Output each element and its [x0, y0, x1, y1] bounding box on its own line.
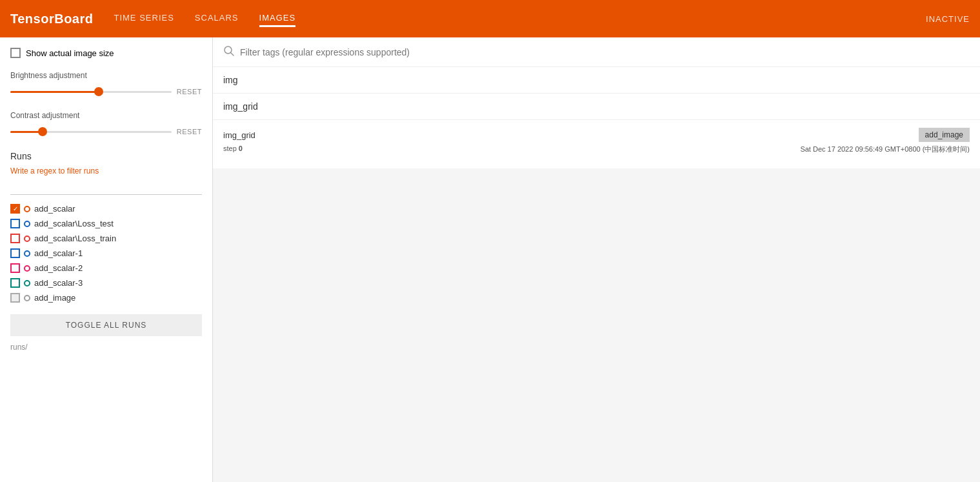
- app-layout: Show actual image size Brightness adjust…: [0, 37, 980, 482]
- contrast-label: Contrast adjustment: [10, 111, 202, 120]
- main-content: img img_grid img_grid add_image step 0 S…: [213, 37, 980, 482]
- nav-time-series[interactable]: TIME SERIES: [114, 10, 174, 27]
- show-image-size-row: Show actual image size: [10, 48, 202, 58]
- run-label-add-image: add_image: [34, 293, 75, 303]
- run-item-loss-test[interactable]: add_scalar\Loss_test: [10, 216, 202, 231]
- contrast-section: Contrast adjustment RESET: [10, 111, 202, 138]
- run-checkbox-add-scalar[interactable]: [10, 204, 20, 214]
- image-meta: step 0 Sat Dec 17 2022 09:56:49 GMT+0800…: [223, 145, 970, 154]
- run-item-scalar-1[interactable]: add_scalar-1: [10, 246, 202, 261]
- tag-img-section: img: [213, 67, 980, 94]
- show-image-size-checkbox[interactable]: [10, 48, 21, 58]
- run-label-loss-train: add_scalar\Loss_train: [34, 234, 116, 243]
- run-dot-loss-train: [24, 236, 30, 242]
- add-image-button[interactable]: add_image: [919, 128, 970, 142]
- brightness-slider-row: RESET: [10, 85, 202, 98]
- run-dot-add-scalar: [24, 206, 30, 212]
- filter-tags-input[interactable]: [240, 47, 970, 57]
- contrast-thumb[interactable]: [38, 127, 47, 136]
- run-checkbox-scalar-1[interactable]: [10, 248, 20, 258]
- run-label-loss-test: add_scalar\Loss_test: [34, 219, 114, 228]
- run-item-add-scalar[interactable]: add_scalar: [10, 201, 202, 216]
- run-checkbox-add-image[interactable]: [10, 293, 20, 303]
- run-item-scalar-3[interactable]: add_scalar-3: [10, 276, 202, 290]
- search-icon: [223, 45, 235, 59]
- contrast-slider-row: RESET: [10, 125, 202, 138]
- app-logo[interactable]: TensorBoard: [10, 12, 93, 26]
- topnav: TensorBoard TIME SERIES SCALARS IMAGES I…: [0, 0, 980, 37]
- run-label-scalar-3: add_scalar-3: [34, 278, 83, 288]
- tag-img-grid-section: img_grid: [213, 94, 980, 120]
- svg-line-1: [231, 53, 234, 56]
- image-section: img_grid add_image step 0 Sat Dec 17 202…: [213, 120, 980, 168]
- step-info: step 0: [223, 145, 243, 154]
- brightness-slider[interactable]: [10, 85, 172, 98]
- run-dot-scalar-3: [24, 280, 30, 286]
- contrast-reset[interactable]: RESET: [177, 128, 202, 136]
- brightness-thumb[interactable]: [94, 87, 103, 96]
- image-section-title: img_grid: [223, 130, 255, 140]
- run-dot-scalar-1: [24, 250, 30, 257]
- runs-filter-input[interactable]: [10, 181, 202, 195]
- filter-bar: [213, 37, 980, 67]
- tag-img-grid-title[interactable]: img_grid: [223, 101, 258, 112]
- runs-section: Runs Write a regex to filter runs add_sc…: [10, 151, 202, 352]
- brightness-section: Brightness adjustment RESET: [10, 71, 202, 98]
- status-badge: INACTIVE: [926, 14, 970, 24]
- run-checkbox-scalar-3[interactable]: [10, 278, 20, 288]
- show-image-size-label: Show actual image size: [26, 48, 114, 58]
- timestamp: Sat Dec 17 2022 09:56:49 GMT+0800 (中国标准时…: [800, 145, 970, 154]
- contrast-slider[interactable]: [10, 125, 172, 138]
- toggle-all-runs-button[interactable]: TOGGLE ALL RUNS: [10, 314, 202, 336]
- run-label-add-scalar: add_scalar: [34, 204, 75, 214]
- tag-img-title[interactable]: img: [223, 75, 238, 85]
- sidebar: Show actual image size Brightness adjust…: [0, 37, 213, 482]
- brightness-reset[interactable]: RESET: [177, 88, 202, 95]
- run-checkbox-scalar-2[interactable]: [10, 263, 20, 273]
- runs-path: runs/: [10, 343, 202, 352]
- image-grid: Yichen.com: [223, 159, 970, 161]
- runs-title: Runs: [10, 151, 202, 161]
- brightness-label: Brightness adjustment: [10, 71, 202, 80]
- run-label-scalar-2: add_scalar-2: [34, 263, 83, 273]
- image-section-header: img_grid add_image: [223, 128, 970, 142]
- run-item-scalar-2[interactable]: add_scalar-2: [10, 261, 202, 276]
- nav-images[interactable]: IMAGES: [259, 10, 296, 27]
- run-dot-scalar-2: [24, 265, 30, 272]
- run-label-scalar-1: add_scalar-1: [34, 248, 83, 258]
- nav-scalars[interactable]: SCALARS: [195, 10, 239, 27]
- run-dot-loss-test: [24, 221, 30, 227]
- run-checkbox-loss-test[interactable]: [10, 219, 20, 228]
- run-checkbox-loss-train[interactable]: [10, 234, 20, 243]
- runs-filter-link[interactable]: Write a regex to filter runs: [10, 166, 202, 176]
- run-dot-add-image: [24, 295, 30, 301]
- run-item-add-image[interactable]: add_image: [10, 290, 202, 305]
- run-item-loss-train[interactable]: add_scalar\Loss_train: [10, 231, 202, 246]
- step-value: 0: [239, 145, 243, 152]
